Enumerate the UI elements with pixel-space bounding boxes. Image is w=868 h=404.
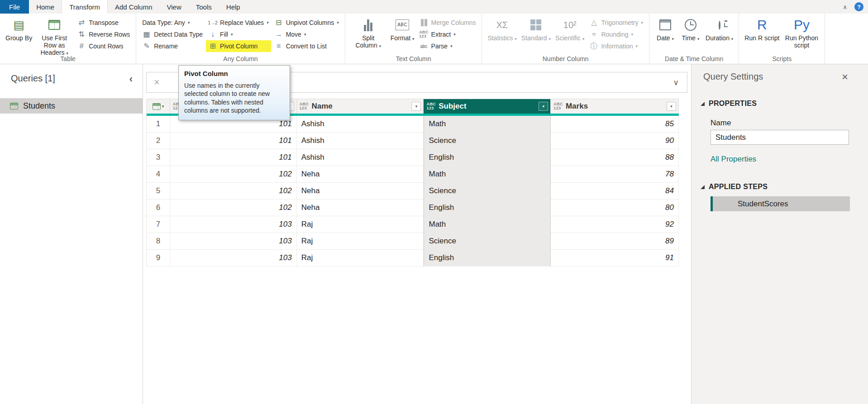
- trigonometry-button[interactable]: △Trigonometry ▾: [587, 17, 645, 29]
- all-properties-link[interactable]: All Properties: [711, 155, 756, 164]
- cell-subject[interactable]: English: [424, 250, 551, 266]
- tab-help[interactable]: Help: [219, 0, 248, 14]
- cell-studentid[interactable]: 103: [170, 233, 297, 250]
- grid-corner-menu[interactable]: ▾: [147, 99, 170, 114]
- cell-subject[interactable]: Math: [424, 216, 551, 233]
- row-number[interactable]: 2: [147, 133, 170, 149]
- unpivot-columns-button[interactable]: ⊟Unpivot Columns ▾: [272, 17, 341, 29]
- cell-marks[interactable]: 89: [551, 233, 679, 250]
- tab-file[interactable]: File: [0, 0, 29, 14]
- data-type-button[interactable]: Data Type: Any ▾: [140, 17, 205, 29]
- rename-button[interactable]: ✎Rename: [140, 40, 205, 52]
- cell-marks[interactable]: 92: [551, 216, 679, 233]
- scientific-button[interactable]: 10² Scientific ▾: [553, 16, 586, 43]
- cell-marks[interactable]: 88: [551, 149, 679, 166]
- reverse-rows-button[interactable]: ⇅Reverse Rows: [75, 29, 132, 40]
- group-by-button[interactable]: ▤ Group By: [4, 16, 34, 43]
- cell-subject[interactable]: Science: [424, 133, 551, 149]
- column-type-icon[interactable]: ABC123: [553, 102, 563, 110]
- time-button[interactable]: Time ▾: [678, 16, 703, 43]
- use-first-row-button[interactable]: Use First Row as Headers ▾: [35, 16, 74, 57]
- pivot-column-button[interactable]: ⊞Pivot Column: [206, 40, 271, 52]
- tab-add-column[interactable]: Add Column: [108, 0, 160, 14]
- cell-marks[interactable]: 78: [551, 166, 679, 183]
- transpose-button[interactable]: ⇄Transpose: [75, 17, 132, 29]
- column-header-name[interactable]: ABC123 Name ▾: [297, 99, 424, 114]
- collapse-queries-panel-icon[interactable]: ‹: [129, 73, 133, 85]
- cell-name[interactable]: Raj: [297, 216, 424, 233]
- tab-tools[interactable]: Tools: [189, 0, 219, 14]
- expand-formula-bar-icon[interactable]: ∨: [665, 78, 687, 87]
- format-button[interactable]: ABC Format ▾: [389, 16, 416, 43]
- query-list-item-students[interactable]: Students: [0, 98, 143, 114]
- count-rows-button[interactable]: #Count Rows: [75, 40, 132, 52]
- split-column-button[interactable]: Split Column ▾: [349, 16, 388, 50]
- row-number[interactable]: 6: [147, 200, 170, 216]
- detect-data-type-button[interactable]: ▦Detect Data Type: [140, 29, 205, 40]
- applied-steps-section-header[interactable]: APPLIED STEPS: [701, 183, 768, 191]
- rounding-button[interactable]: ≈Rounding ▾: [587, 29, 645, 40]
- tab-transform[interactable]: Transform: [62, 0, 108, 14]
- row-number[interactable]: 5: [147, 183, 170, 200]
- cancel-formula-icon[interactable]: ×: [147, 76, 167, 88]
- cell-marks[interactable]: 85: [551, 116, 679, 133]
- standard-button[interactable]: Standard ▾: [520, 16, 553, 43]
- fill-button[interactable]: ↓Fill ▾: [206, 29, 271, 40]
- cell-name[interactable]: Ashish: [297, 133, 424, 149]
- cell-studentid[interactable]: 103: [170, 250, 297, 266]
- cell-name[interactable]: Raj: [297, 233, 424, 250]
- properties-section-header[interactable]: PROPERTIES: [701, 100, 757, 108]
- help-icon[interactable]: ?: [854, 2, 863, 11]
- extract-button[interactable]: ABC123Extract ▾: [417, 29, 478, 40]
- cell-subject[interactable]: Math: [424, 166, 551, 183]
- cell-name[interactable]: Ashish: [297, 116, 424, 133]
- cell-subject[interactable]: English: [424, 149, 551, 166]
- merge-columns-button[interactable]: Merge Columns: [417, 17, 478, 29]
- column-filter-icon[interactable]: ▾: [411, 102, 421, 111]
- parse-button[interactable]: abcParse ▾: [417, 40, 478, 52]
- row-number[interactable]: 3: [147, 149, 170, 166]
- cell-subject[interactable]: Science: [424, 183, 551, 200]
- tab-home[interactable]: Home: [29, 0, 62, 14]
- cell-studentid[interactable]: 102: [170, 166, 297, 183]
- cell-studentid[interactable]: 102: [170, 200, 297, 216]
- row-number[interactable]: 7: [147, 216, 170, 233]
- cell-marks[interactable]: 80: [551, 200, 679, 216]
- information-button[interactable]: ⓘInformation ▾: [587, 40, 645, 52]
- run-python-script-button[interactable]: Py Run Python script: [782, 16, 821, 50]
- column-type-icon[interactable]: ABC123: [300, 102, 309, 110]
- cell-name[interactable]: Raj: [297, 250, 424, 266]
- statistics-button[interactable]: ΧΣ Statistics ▾: [486, 16, 518, 43]
- date-button[interactable]: Date ▾: [653, 16, 677, 43]
- cell-name[interactable]: Neha: [297, 200, 424, 216]
- cell-marks[interactable]: 84: [551, 183, 679, 200]
- move-button[interactable]: →Move ▾: [272, 29, 341, 40]
- tab-view[interactable]: View: [160, 0, 189, 14]
- column-header-marks[interactable]: ABC123 Marks ▾: [551, 99, 679, 114]
- column-filter-icon[interactable]: ▾: [667, 102, 676, 111]
- cell-name[interactable]: Neha: [297, 183, 424, 200]
- replace-values-button[interactable]: 1→2Replace Values ▾: [206, 17, 271, 29]
- cell-studentid[interactable]: 101: [170, 149, 297, 166]
- cell-subject[interactable]: Science: [424, 233, 551, 250]
- cell-subject[interactable]: Math: [424, 116, 551, 133]
- column-header-subject[interactable]: ABC123 Subject ▾: [424, 99, 551, 114]
- query-name-input[interactable]: [711, 130, 849, 145]
- close-icon[interactable]: ×: [842, 71, 848, 83]
- collapse-ribbon-icon[interactable]: ∧: [843, 4, 847, 10]
- row-number[interactable]: 8: [147, 233, 170, 250]
- cell-subject[interactable]: English: [424, 200, 551, 216]
- row-number[interactable]: 4: [147, 166, 170, 183]
- cell-marks[interactable]: 91: [551, 250, 679, 266]
- cell-studentid[interactable]: 103: [170, 216, 297, 233]
- cell-studentid[interactable]: 102: [170, 183, 297, 200]
- cell-studentid[interactable]: 101: [170, 133, 297, 149]
- column-type-icon[interactable]: ABC123: [426, 102, 436, 110]
- cell-name[interactable]: Ashish: [297, 149, 424, 166]
- run-r-script-button[interactable]: R Run R script: [743, 16, 781, 43]
- column-filter-icon[interactable]: ▾: [539, 102, 548, 111]
- duration-button[interactable]: Duration ▾: [704, 16, 735, 43]
- row-number[interactable]: 1: [147, 116, 170, 133]
- convert-to-list-button[interactable]: ≡Convert to List: [272, 40, 341, 52]
- row-number[interactable]: 9: [147, 250, 170, 266]
